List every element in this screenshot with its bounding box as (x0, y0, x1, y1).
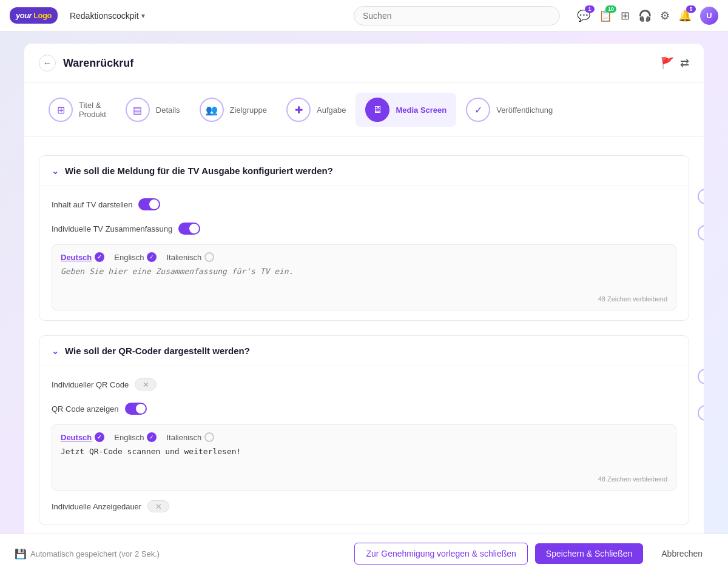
step-label-zielgruppe: Zielgruppe (230, 106, 267, 115)
step-veroeffentlichung[interactable]: ✓ Veröffentlichung (456, 93, 562, 127)
nav-title[interactable]: Redaktionscockpit ▾ (70, 11, 145, 21)
toggle-row-individueller-qr: Individueller QR Code ✕ (52, 376, 676, 393)
help-icon-2b[interactable]: ? (698, 405, 704, 421)
topnav: your Logo Redaktionscockpit ▾ 💬 1 📋 10 ⊞… (0, 0, 728, 32)
lang-tab-englisch-1[interactable]: Englisch ✓ (114, 252, 157, 262)
avatar[interactable]: U (700, 7, 718, 25)
mail-icon-btn[interactable]: 📋 10 (599, 9, 612, 22)
lang-tab-italienisch-1[interactable]: Italienisch (166, 252, 214, 262)
save-close-button[interactable]: Speichern & Schließen (535, 543, 643, 564)
section1-textbox: Deutsch ✓ Englisch ✓ Italienisch (52, 244, 676, 310)
section2-textbox: Deutsch ✓ Englisch ✓ Italienisch (52, 424, 676, 491)
step-icon-titel: ⊞ (49, 98, 73, 122)
lang-check-deutsch-1: ✓ (95, 252, 104, 262)
step-icon-media-screen: 🖥 (365, 98, 389, 122)
save-cloud-icon: 💾 (15, 548, 27, 560)
step-media-screen[interactable]: 🖥 Media Screen (356, 93, 456, 127)
toggle-row-tv-darstellen: Inhalt auf TV darstellen (52, 196, 676, 213)
step-titel[interactable]: ⊞ Titel &Produkt (39, 93, 116, 127)
step-icon-zielgruppe: 👥 (200, 98, 224, 122)
headset-icon-btn[interactable]: 🎧 (638, 9, 652, 22)
section2-lang-tabs: Deutsch ✓ Englisch ✓ Italienisch (61, 432, 667, 442)
toggle-qr-anzeigen[interactable] (125, 403, 147, 415)
toggle-knob-2 (189, 224, 199, 233)
toggle-label-tv-darstellen: Inhalt auf TV darstellen (52, 200, 132, 209)
toggle-label-individueller-qr: Individueller QR Code (52, 380, 129, 389)
settings-icon-btn[interactable]: ⚙ (660, 9, 670, 22)
help-icon-2a[interactable]: ? (698, 369, 704, 384)
section1-body: Inhalt auf TV darstellen Individuelle TV… (39, 186, 689, 320)
logo[interactable]: your Logo (10, 7, 58, 24)
lang-tab-deutsch-1[interactable]: Deutsch ✓ (61, 252, 104, 262)
section1-title: Wie soll die Meldung für die TV Ausgabe … (65, 166, 333, 176)
main-wrapper: ← Warenrückruf 🚩 ⇄ ⊞ Titel &Produkt ▤ De… (12, 32, 716, 573)
chat-icon-btn[interactable]: 💬 1 (577, 9, 590, 22)
logo-your: your (16, 11, 32, 20)
toggle-knob-qr (136, 404, 146, 414)
toggle-label-qr-anzeigen: QR Code anzeigen (52, 404, 119, 414)
nav-chevron-icon: ▾ (141, 12, 145, 20)
logo-logo: Logo (33, 11, 52, 20)
page-card: ← Warenrückruf 🚩 ⇄ ⊞ Titel &Produkt ▤ De… (24, 44, 704, 573)
bell-icon-btn[interactable]: 🔔 5 (678, 9, 692, 22)
auto-save-text: 💾 Automatisch gespeichert (vor 2 Sek.) (15, 548, 160, 560)
section2-wrapper: ⌄ Wie soll der QR-Coder dargestellt werd… (39, 335, 689, 525)
content-area: ⌄ Wie soll die Meldung für die TV Ausgab… (24, 137, 704, 543)
section2-title: Wie soll der QR-Coder dargestellt werden… (65, 346, 250, 356)
header-icons: 🚩 ⇄ (661, 56, 689, 70)
back-button[interactable]: ← (39, 55, 56, 72)
step-icon-aufgabe: ✚ (286, 98, 311, 122)
toggle-row-anzeigedauer: Individuelle Anzeigedauer ✕ (52, 498, 676, 515)
toggle-row-tv-zusammenfassung: Individuelle TV Zusammenfassung (52, 220, 676, 237)
lang-check-englisch-2: ✓ (147, 432, 157, 442)
page-title: Warenrückruf (63, 57, 133, 70)
translate-icon[interactable]: ⇄ (680, 56, 689, 70)
step-aufgabe[interactable]: ✚ Aufgabe (277, 93, 356, 127)
nav-icons: 💬 1 📋 10 ⊞ 🎧 ⚙ 🔔 5 U (577, 7, 718, 25)
grid-icon-btn[interactable]: ⊞ (621, 9, 630, 22)
approve-button[interactable]: Zur Genehmigung vorlegen & schließen (354, 543, 527, 565)
step-label-titel: Titel &Produkt (79, 101, 106, 119)
lang-tab-italienisch-2[interactable]: Italienisch (166, 432, 214, 442)
cancel-button[interactable]: Abbrechen (650, 543, 713, 564)
page-header-left: ← Warenrückruf (39, 55, 133, 72)
steps-bar: ⊞ Titel &Produkt ▤ Details 👥 Zielgruppe … (24, 83, 704, 137)
lang-circle-italienisch-1 (204, 252, 214, 262)
help-icon-1a[interactable]: ? (698, 189, 704, 204)
lang-tab-englisch-2[interactable]: Englisch ✓ (114, 432, 157, 442)
toggle-label-anzeigedauer: Individuelle Anzeigedauer (52, 502, 141, 511)
step-label-aufgabe: Aufgabe (317, 106, 346, 115)
collapse-icon-1[interactable]: ⌄ (52, 166, 59, 176)
flag-icon[interactable]: 🚩 (661, 56, 674, 70)
help-icon-1b[interactable]: ? (698, 225, 704, 241)
step-details[interactable]: ▤ Details (116, 93, 190, 127)
section2-char-count: 48 Zeichen verbleibend (61, 475, 667, 483)
step-label-media-screen: Media Screen (396, 106, 447, 115)
step-label-details: Details (156, 106, 180, 115)
search-input[interactable] (354, 6, 560, 25)
step-icon-details: ▤ (126, 98, 150, 122)
step-label-veroeffentlichung: Veröffentlichung (496, 106, 553, 115)
section2-body: Individueller QR Code ✕ QR Code anzeigen (39, 366, 689, 524)
collapse-icon-2[interactable]: ⌄ (52, 346, 59, 356)
toggle-row-qr-anzeigen: QR Code anzeigen (52, 400, 676, 417)
toggle-label-tv-zusammenfassung: Individuelle TV Zusammenfassung (52, 224, 172, 233)
section1: ⌄ Wie soll die Meldung für die TV Ausgab… (39, 155, 689, 321)
step-zielgruppe[interactable]: 👥 Zielgruppe (190, 93, 277, 127)
lang-tab-deutsch-2[interactable]: Deutsch ✓ (61, 432, 104, 442)
section1-textarea[interactable] (61, 267, 667, 291)
section2: ⌄ Wie soll der QR-Coder dargestellt werd… (39, 335, 689, 525)
section2-help-icons: ? ? (698, 369, 704, 421)
bell-badge: 5 (686, 5, 696, 13)
page-header: ← Warenrückruf 🚩 ⇄ (24, 44, 704, 83)
mail-badge: 10 (605, 5, 616, 13)
section2-textarea[interactable]: Jetzt QR-Code scannen und weiterlesen! (61, 447, 667, 471)
toggle-tv-darstellen[interactable] (138, 198, 160, 210)
toggle-anzeigedauer[interactable]: ✕ (147, 500, 169, 512)
toggle-tv-zusammenfassung[interactable] (178, 223, 200, 235)
lang-circle-italienisch-2 (204, 432, 214, 442)
section1-help-icons: ? ? (698, 189, 704, 241)
chat-badge: 1 (585, 5, 595, 13)
section1-header: ⌄ Wie soll die Meldung für die TV Ausgab… (39, 156, 689, 186)
toggle-individueller-qr[interactable]: ✕ (135, 378, 157, 390)
